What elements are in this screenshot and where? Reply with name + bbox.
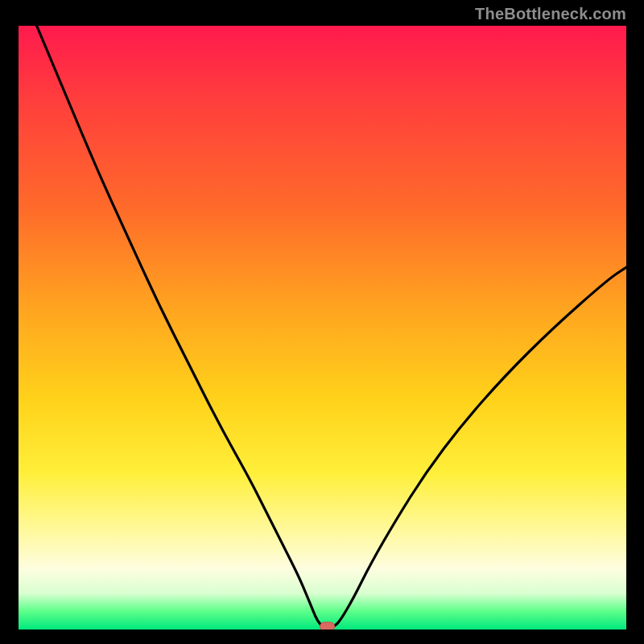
bottleneck-curve bbox=[37, 26, 626, 626]
watermark-text: TheBottleneck.com bbox=[475, 5, 626, 23]
chart-frame: TheBottleneck.com bbox=[0, 0, 644, 644]
plot-area bbox=[19, 26, 626, 630]
optimal-marker bbox=[320, 622, 335, 630]
chart-svg bbox=[19, 26, 626, 630]
